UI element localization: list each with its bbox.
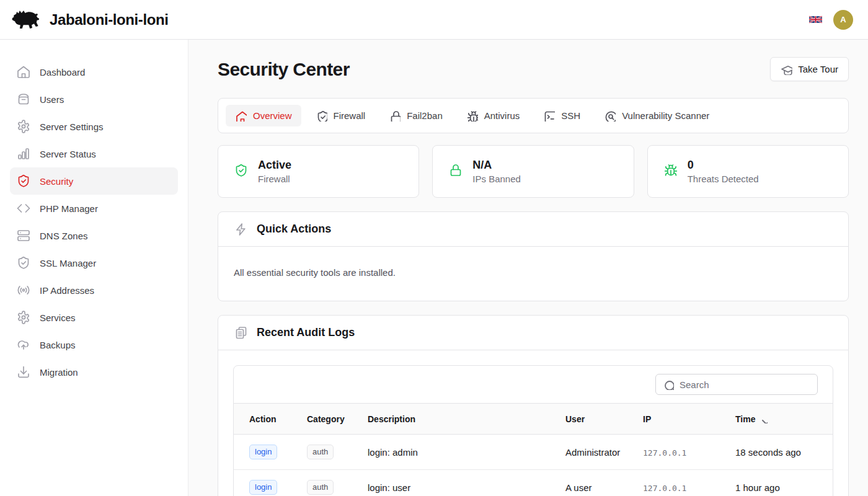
tab-fail2ban[interactable]: Fail2ban — [379, 105, 452, 126]
shield-check-icon — [316, 110, 327, 122]
threats-detected-label: Threats Detected — [688, 174, 759, 184]
action-badge: login — [249, 445, 277, 459]
radio-waves-icon — [16, 283, 31, 298]
tab-antivirus[interactable]: Antivirus — [457, 105, 529, 126]
security-tabs: Overview Firewall Fail2ban Antivirus SSH… — [218, 98, 849, 133]
top-bar: Jabaloni-loni-loni A — [0, 0, 868, 40]
terminal-icon — [543, 110, 555, 122]
sidebar-item-backups[interactable]: Backups — [10, 331, 178, 358]
download-icon — [16, 365, 31, 379]
sidebar-item-server-status[interactable]: Server Status — [10, 140, 178, 167]
take-tour-button[interactable]: Take Tour — [770, 57, 849, 81]
code-icon — [16, 201, 31, 216]
threats-detected-value: 0 — [688, 159, 759, 172]
chevron-down-icon — [759, 415, 768, 423]
shield-check-icon — [234, 163, 250, 180]
column-header-user: User — [560, 404, 638, 435]
column-header-category: Category — [302, 404, 363, 435]
sidebar-item-users[interactable]: Users — [10, 86, 178, 113]
log-description: login: admin — [363, 435, 560, 470]
boar-logo-icon — [10, 7, 41, 32]
sidebar-item-dns-zones[interactable]: DNS Zones — [10, 222, 178, 249]
scan-search-icon — [604, 110, 616, 122]
log-user: A user — [560, 470, 638, 496]
column-header-ip: IP — [638, 404, 730, 435]
quick-actions-card: Quick Actions All essential security too… — [218, 211, 849, 301]
home-icon — [235, 110, 247, 122]
column-header-description: Description — [363, 404, 560, 435]
tab-ssh[interactable]: SSH — [534, 105, 590, 126]
app-title: Jabaloni-loni-loni — [50, 11, 168, 29]
sidebar-item-security[interactable]: Security — [10, 167, 178, 195]
log-time: 18 seconds ago — [730, 435, 833, 470]
zap-icon — [234, 222, 249, 237]
firewall-status-card: Active Firewall — [218, 145, 419, 198]
ips-banned-card: N/A IPs Banned — [432, 145, 634, 198]
gear-icon — [16, 310, 31, 325]
log-description: login: user — [363, 470, 560, 496]
cloud-upload-icon — [16, 337, 31, 352]
table-row: login auth login: admin Administrator 12… — [234, 435, 833, 470]
uk-flag-icon[interactable] — [809, 15, 822, 24]
sidebar-item-ip-addresses[interactable]: IP Addresses — [10, 277, 178, 304]
home-icon — [16, 64, 31, 79]
clipboard-icon — [234, 326, 249, 340]
audit-logs-title: Recent Audit Logs — [257, 326, 355, 339]
log-time: 1 hour ago — [730, 470, 833, 496]
category-badge: auth — [307, 445, 334, 459]
quick-actions-title: Quick Actions — [257, 223, 331, 236]
sidebar: Dashboard Users Server Settings Server S… — [0, 40, 188, 496]
ips-banned-value: N/A — [472, 159, 521, 172]
firewall-status-label: Firewall — [258, 174, 291, 184]
quick-actions-message: All essential security tools are install… — [234, 267, 833, 278]
bar-chart-icon — [16, 146, 31, 161]
category-badge: auth — [307, 480, 334, 495]
shield-check-icon — [16, 255, 31, 270]
tab-overview[interactable]: Overview — [226, 105, 301, 126]
action-badge: login — [249, 480, 277, 495]
lock-icon — [389, 110, 401, 122]
page-title: Security Center — [218, 59, 350, 80]
sidebar-item-php-manager[interactable]: PHP Manager — [10, 195, 178, 222]
server-stack-icon — [16, 228, 31, 243]
ips-banned-label: IPs Banned — [472, 174, 521, 184]
graduation-cap-icon — [781, 63, 792, 75]
audit-logs-search-input[interactable] — [655, 374, 818, 395]
audit-logs-table: Action Category Description User IP Time — [234, 403, 833, 496]
threats-detected-card: 0 Threats Detected — [647, 145, 849, 198]
status-cards: Active Firewall N/A IPs Banned 0 Threats… — [218, 145, 849, 198]
main-content: Security Center Take Tour Overview Firew… — [188, 40, 868, 496]
shield-check-icon — [16, 174, 31, 188]
column-header-time[interactable]: Time — [730, 404, 833, 435]
table-row: login auth login: user A user 127.0.0.1 … — [234, 470, 833, 496]
sidebar-item-dashboard[interactable]: Dashboard — [10, 58, 178, 86]
lock-icon — [448, 163, 465, 180]
user-avatar[interactable]: A — [833, 10, 853, 30]
log-user: Administrator — [560, 435, 638, 470]
bug-icon — [663, 163, 680, 180]
sidebar-item-ssl-manager[interactable]: SSL Manager — [10, 249, 178, 277]
log-ip: 127.0.0.1 — [643, 484, 686, 493]
bug-icon — [466, 110, 478, 122]
audit-logs-card: Recent Audit Logs — [218, 315, 849, 496]
sidebar-item-migration[interactable]: Migration — [10, 358, 178, 386]
brand[interactable]: Jabaloni-loni-loni — [10, 7, 168, 32]
firewall-status-value: Active — [258, 159, 291, 172]
gear-icon — [16, 119, 31, 134]
log-ip: 127.0.0.1 — [643, 448, 686, 458]
audit-logs-table-container: Action Category Description User IP Time — [233, 365, 833, 496]
sidebar-item-services[interactable]: Services — [10, 304, 178, 331]
search-icon — [663, 379, 674, 390]
table-header-row: Action Category Description User IP Time — [234, 404, 833, 435]
tab-vulnerability-scanner[interactable]: Vulnerability Scanner — [595, 105, 719, 126]
users-icon — [16, 92, 31, 107]
sidebar-item-server-settings[interactable]: Server Settings — [10, 113, 178, 140]
column-header-action: Action — [234, 404, 302, 435]
tab-firewall[interactable]: Firewall — [306, 105, 375, 126]
